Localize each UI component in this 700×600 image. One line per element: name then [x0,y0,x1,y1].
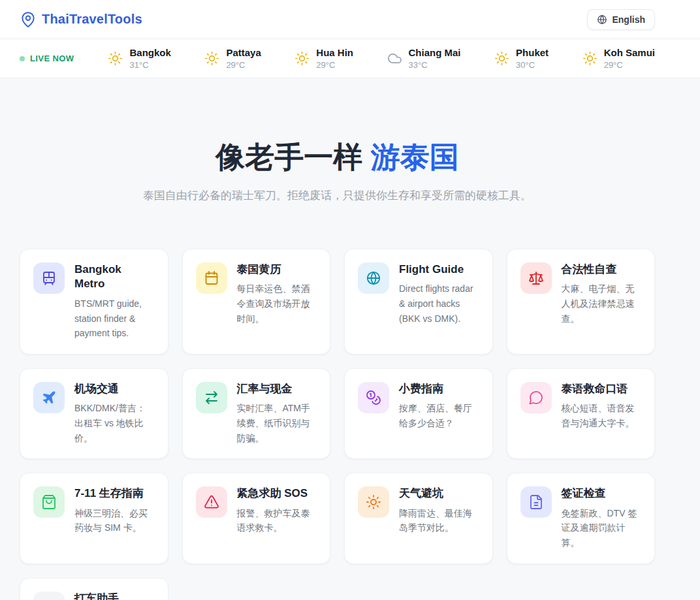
tool-card-description: 神级三明治、必买药妆与 SIM 卡。 [74,506,155,535]
weather-city: Bangkok 31°C [108,47,170,70]
tool-card-description: 降雨雷达、最佳海岛季节对比。 [399,506,479,535]
tool-icon-box [33,592,65,600]
weather-city: Pattaya 29°C [204,47,261,70]
tool-card-description: 实时汇率、ATM手续费、纸币识别与防骗。 [237,401,317,445]
sun-icon [204,51,219,66]
tool-card-title: 泰语救命口语 [562,382,642,396]
page-subtitle: 泰国自由行必备的瑞士军刀。拒绝废话，只提供你生存和享受所需的硬核工具。 [20,188,655,203]
logo[interactable]: ThaiTravelTools [20,11,142,28]
tool-icon-box [33,382,65,413]
weather-city: Koh Samui 29°C [582,47,655,70]
page-title-dark: 像老手一样 [215,140,362,174]
tool-card[interactable]: 7-11 生存指南 神级三明治、必买药妆与 SIM 卡。 [20,473,168,563]
city-temperature: 30°C [516,60,549,70]
tool-card-description: 免签新政、DTV 签证及逾期罚款计算。 [562,506,642,550]
bag-icon [41,494,57,510]
globe-icon [597,14,607,25]
tool-card-description: 大麻、电子烟、无人机及法律禁忌速查。 [562,281,642,326]
brand-name: ThaiTravelTools [42,12,142,27]
city-temperature: 29°C [226,60,261,70]
city-temperature: 33°C [409,60,461,70]
city-name: Phuket [516,47,549,59]
tool-card-description: 核心短语、语音发音与沟通大字卡。 [562,401,642,430]
city-name: Koh Samui [604,47,655,59]
live-dot-icon [20,56,25,61]
tool-card-title: Bangkok Metro [74,262,155,292]
tool-icon-box [358,486,389,518]
plane-icon [41,390,57,405]
scales-icon [528,270,544,286]
tool-card-title: 合法性自查 [562,262,642,277]
tool-icon-box [33,262,65,294]
tool-card-title: 打车助手 [74,592,155,600]
tool-card-description: 按摩、酒店、餐厅给多少合适？ [399,401,479,430]
page-title: 像老手一样 游泰国 [20,78,655,175]
tool-card[interactable]: 泰语救命口语 核心短语、语音发音与沟通大字卡。 [507,368,656,459]
tool-card-title: Flight Guide [399,262,479,277]
tool-card-title: 7-11 生存指南 [74,486,155,501]
calendar-icon [204,270,219,286]
city-name: Hua Hin [316,47,353,59]
tool-card-title: 小费指南 [399,382,479,396]
city-name: Pattaya [226,47,261,59]
cloud-icon [387,51,402,66]
tool-card[interactable]: 打车助手 价格估算与司机沟通卡 (开发中)。 [20,578,168,600]
language-button[interactable]: English [587,9,655,30]
city-name: Bangkok [129,47,170,59]
tool-card[interactable]: 天气避坑 降雨雷达、最佳海岛季节对比。 [344,473,493,563]
sun-icon [366,494,381,510]
sun-icon [108,51,123,66]
document-icon [528,494,544,510]
tool-card-title: 签证检查 [562,486,642,501]
tool-card-description: BTS/MRT guide, station finder & payment … [74,296,155,341]
city-name: Chiang Mai [409,47,461,59]
tool-card-title: 机场交通 [74,382,155,396]
tool-icon-box [33,486,65,518]
tool-card[interactable]: 合法性自查 大麻、电子烟、无人机及法律禁忌速查。 [507,249,656,355]
tool-card[interactable]: 紧急求助 SOS 报警、救护车及泰语求救卡。 [182,473,331,563]
coins-icon [366,390,381,405]
map-pin-icon [20,11,37,28]
weather-city: Phuket 30°C [494,47,549,70]
exchange-icon [204,390,219,405]
live-now-label: LIVE NOW [30,54,74,63]
sun-icon [494,51,509,66]
tool-card-title: 汇率与现金 [237,382,317,396]
tool-icon-box [520,382,552,413]
tool-card[interactable]: 小费指南 按摩、酒店、餐厅给多少合适？ [344,368,493,459]
tool-card-title: 泰国黄历 [237,262,317,277]
weather-city: Chiang Mai 33°C [387,47,461,70]
tool-card-description: BKK/DMK/普吉：出租车 vs 地铁比价。 [74,401,155,445]
tool-icon-box [196,262,227,294]
tool-card[interactable]: 汇率与现金 实时汇率、ATM手续费、纸币识别与防骗。 [182,368,331,459]
alert-icon [204,494,219,510]
sun-icon [582,51,597,66]
tool-card-title: 紧急求助 SOS [237,486,317,501]
city-temperature: 29°C [604,60,655,70]
globe-icon [366,270,381,286]
weather-ticker: LIVE NOW Bangkok 31°C Pattaya 29°C Hua H… [0,39,700,78]
main-content: 像老手一样 游泰国 泰国自由行必备的瑞士军刀。拒绝废话，只提供你生存和享受所需的… [20,78,655,600]
chat-icon [528,390,544,405]
weather-city: Hua Hin 29°C [294,47,353,70]
tool-icon-box [358,382,389,413]
page-title-accent: 游泰国 [371,140,459,174]
tools-grid: Bangkok Metro BTS/MRT guide, station fin… [20,249,655,600]
tool-card[interactable]: 签证检查 免签新政、DTV 签证及逾期罚款计算。 [507,473,656,563]
tool-card[interactable]: 泰国黄历 每日幸运色、禁酒令查询及市场开放时间。 [182,249,331,355]
sun-icon [294,51,310,66]
tool-icon-box [520,262,552,294]
language-button-label: English [612,14,645,25]
tool-icon-box [196,382,227,413]
tool-card-description: Direct flights radar & airport hacks (BK… [399,281,479,326]
tool-card-description: 每日幸运色、禁酒令查询及市场开放时间。 [237,281,317,326]
train-icon [41,270,57,286]
city-weather-list: Bangkok 31°C Pattaya 29°C Hua Hin 29°C C… [108,47,655,70]
live-now-badge: LIVE NOW [20,54,74,63]
tool-card[interactable]: 机场交通 BKK/DMK/普吉：出租车 vs 地铁比价。 [20,368,168,459]
tool-card-title: 天气避坑 [399,486,479,501]
city-temperature: 29°C [316,60,353,70]
tool-card[interactable]: Flight Guide Direct flights radar & airp… [344,249,493,355]
tool-card[interactable]: Bangkok Metro BTS/MRT guide, station fin… [20,249,168,355]
tool-icon-box [520,486,552,518]
